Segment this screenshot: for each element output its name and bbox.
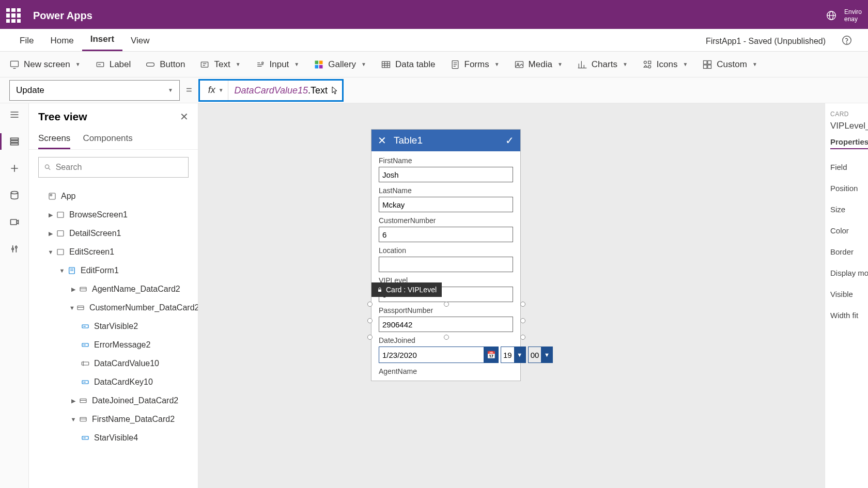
tree-item-starvisible2[interactable]: StarVisible2 <box>29 317 198 336</box>
chevron-right-icon[interactable]: ▶ <box>47 230 55 237</box>
hamburger-icon[interactable] <box>8 108 21 121</box>
card-section-label: CARD <box>830 111 863 118</box>
svg-rect-6 <box>147 62 154 66</box>
formula-text[interactable]: DataCardValue15.Text <box>235 85 328 96</box>
prop-size[interactable]: Size <box>830 199 863 220</box>
hour-select[interactable]: 19 ▼ <box>501 347 526 363</box>
tree-item-agentname-datacard[interactable]: ▶ AgentName_DataCard2 <box>29 280 198 298</box>
data-table-button[interactable]: Data table <box>381 59 436 70</box>
label-icon <box>81 377 90 387</box>
tab-properties[interactable]: Properties <box>830 137 868 149</box>
tools-icon[interactable] <box>8 243 21 255</box>
tree-item-errmsg2[interactable]: ErrorMessage2 <box>29 336 198 354</box>
media-rail-icon[interactable] <box>8 216 21 228</box>
label-button[interactable]: Label <box>95 59 131 70</box>
tree-item-browsescreen[interactable]: ▶ BrowseScreen1 <box>29 206 198 224</box>
data-icon[interactable] <box>8 189 21 201</box>
prop-field[interactable]: Field <box>830 156 863 178</box>
button-button[interactable]: Button <box>145 59 185 70</box>
tab-components[interactable]: Components <box>83 129 132 149</box>
app-icon <box>48 192 57 201</box>
tree-item-firstname-datacard[interactable]: ▼ FirstName_DataCard2 <box>29 410 198 429</box>
add-icon[interactable] <box>8 162 21 175</box>
passport-field[interactable] <box>379 317 513 332</box>
tree-item-dck10[interactable]: DataCardKey10 <box>29 373 198 391</box>
tree-title: Tree view <box>38 111 87 123</box>
calendar-icon[interactable]: 📅 <box>484 347 498 363</box>
help-icon[interactable] <box>841 35 853 46</box>
input-button[interactable]: Input▼ <box>255 59 300 70</box>
svg-rect-7 <box>202 62 208 67</box>
property-selector[interactable]: Update ▼ <box>9 80 180 101</box>
location-field[interactable] <box>379 257 513 272</box>
gallery-button[interactable]: Gallery▼ <box>314 59 366 70</box>
chevron-right-icon[interactable]: ▶ <box>47 212 55 218</box>
tree-item-detailscreen[interactable]: ▶ DetailScreen1 <box>29 224 198 243</box>
datejoined-label: DateJoined <box>379 336 513 344</box>
tree-item-dcv10[interactable]: DataCardValue10 <box>29 354 198 373</box>
tree-item-editscreen[interactable]: ▼ EditScreen1 <box>29 243 198 261</box>
icons-button[interactable]: Icons▼ <box>642 59 688 70</box>
check-icon[interactable]: ✓ <box>505 134 514 147</box>
gallery-icon <box>314 59 324 70</box>
svg-rect-13 <box>382 61 390 68</box>
environment-icon <box>826 10 837 21</box>
menu-view[interactable]: View <box>122 30 158 51</box>
search-icon <box>44 163 52 171</box>
tree-item-custnum-datacard[interactable]: ▼ CustomerNumber_DataCard2 <box>29 298 198 317</box>
chevron-down-icon[interactable]: ▼ <box>69 305 75 311</box>
chevron-right-icon[interactable]: ▶ <box>69 398 78 404</box>
chevron-right-icon[interactable]: ▶ <box>69 286 78 293</box>
svg-point-19 <box>648 65 650 68</box>
svg-rect-28 <box>10 219 17 225</box>
custnum-field[interactable] <box>379 227 513 242</box>
custom-button[interactable]: Custom▼ <box>702 59 757 70</box>
canvas[interactable]: ✕ Table1 ✓ FirstName LastName CustomerNu… <box>198 103 825 488</box>
minute-select[interactable]: 00 ▼ <box>528 347 553 363</box>
tree-item-starvisible4[interactable]: StarVisible4 <box>29 429 198 447</box>
svg-rect-23 <box>708 65 711 68</box>
svg-rect-26 <box>10 143 18 145</box>
text-icon <box>199 59 210 70</box>
selected-control-name: VIPLevel_D <box>830 121 863 131</box>
chevron-down-icon[interactable]: ▼ <box>69 416 78 422</box>
prop-width-fit[interactable]: Width fit <box>830 305 863 326</box>
prop-color[interactable]: Color <box>830 220 863 241</box>
close-icon[interactable]: ✕ <box>378 134 386 147</box>
environment-label[interactable]: Enviro enay <box>844 8 862 23</box>
edit-form-preview[interactable]: ✕ Table1 ✓ FirstName LastName CustomerNu… <box>371 129 521 381</box>
media-button[interactable]: Media▼ <box>514 59 563 70</box>
text-button[interactable]: Text▼ <box>199 59 240 70</box>
tree-item-editform[interactable]: ▼ EditForm1 <box>29 261 198 280</box>
chevron-down-icon: ▼ <box>219 87 224 93</box>
screen-icon <box>56 229 65 238</box>
chevron-down-icon[interactable]: ▼ <box>47 249 55 255</box>
tree-view-icon[interactable] <box>8 135 21 148</box>
chevron-down-icon[interactable]: ▼ <box>58 267 66 274</box>
tab-screens[interactable]: Screens <box>38 129 70 149</box>
firstname-field[interactable] <box>379 167 513 182</box>
charts-button[interactable]: Charts▼ <box>577 59 628 70</box>
menu-home[interactable]: Home <box>42 30 82 51</box>
new-screen-button[interactable]: New screen▼ <box>9 59 81 70</box>
screen-icon <box>56 210 65 219</box>
tree-item-datejoined-datacard[interactable]: ▶ DateJoined_DataCard2 <box>29 391 198 410</box>
menu-insert[interactable]: Insert <box>82 29 122 51</box>
lastname-field[interactable] <box>379 197 513 212</box>
search-input[interactable] <box>38 157 189 178</box>
prop-visible[interactable]: Visible <box>830 284 863 305</box>
prop-position[interactable]: Position <box>830 178 863 199</box>
prop-display-mode[interactable]: Display mod <box>830 262 863 284</box>
menu-file[interactable]: File <box>11 30 42 51</box>
prop-border[interactable]: Border <box>830 241 863 262</box>
app-launcher-icon[interactable] <box>6 8 21 23</box>
forms-button[interactable]: Forms▼ <box>450 59 500 70</box>
close-icon[interactable]: ✕ <box>180 111 189 123</box>
chevron-down-icon: ▼ <box>623 61 628 67</box>
date-picker[interactable]: 📅 <box>379 347 499 363</box>
datacard-icon <box>79 415 88 424</box>
tree-item-app[interactable]: App <box>29 187 198 206</box>
chevron-down-icon: ▼ <box>514 347 525 363</box>
fx-button[interactable]: fx ▼ <box>204 81 228 100</box>
formula-bar[interactable]: fx ▼ DataCardValue15.Text <box>198 79 344 102</box>
